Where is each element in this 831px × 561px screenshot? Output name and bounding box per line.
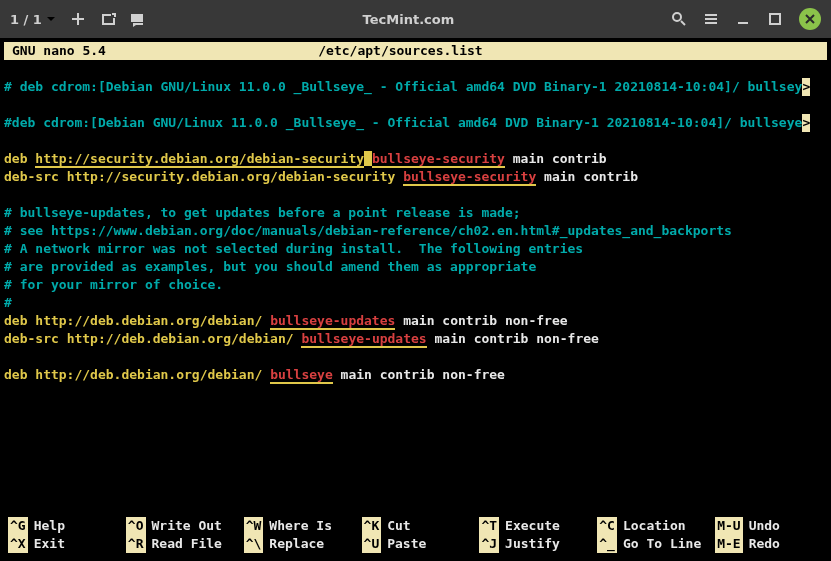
repo-url: http://deb.debian.org/debian/	[67, 331, 294, 346]
shortcut-help[interactable]: ^GHelp	[8, 517, 116, 535]
titlebar: 1 / 1 TecMint.com	[0, 0, 831, 38]
new-window-icon[interactable]	[100, 11, 116, 27]
line-continuation-icon: >	[802, 114, 810, 132]
comment-line: #deb cdrom:[Debian GNU/Linux 11.0.0 _Bul…	[4, 115, 802, 130]
deb-keyword: deb	[4, 313, 27, 328]
comment-line: # bullseye-updates, to get updates befor…	[4, 205, 521, 220]
release-name: bullseye-updates	[301, 331, 426, 348]
shortcut-whereis[interactable]: ^WWhere Is	[244, 517, 352, 535]
nano-filename: /etc/apt/sources.list	[114, 42, 687, 60]
components: main contrib non-free	[435, 331, 599, 346]
hamburger-menu-icon[interactable]	[703, 11, 719, 27]
comment-line: # A network mirror was not selected duri…	[4, 241, 583, 256]
release-name: bullseye	[270, 367, 333, 384]
search-icon[interactable]	[671, 11, 687, 27]
repo-url: http://deb.debian.org/debian/	[35, 313, 262, 328]
window-title: TecMint.com	[146, 12, 671, 27]
cursor-highlight	[364, 151, 372, 166]
comment-line: # deb cdrom:[Debian GNU/Linux 11.0.0 _Bu…	[4, 79, 802, 94]
comment-line: # see https://www.debian.org/doc/manuals…	[4, 223, 732, 238]
editor-content[interactable]: # deb cdrom:[Debian GNU/Linux 11.0.0 _Bu…	[4, 60, 827, 517]
shortcut-writeout[interactable]: ^OWrite Out	[126, 517, 234, 535]
svg-point-0	[673, 13, 681, 21]
maximize-button[interactable]	[767, 11, 783, 27]
shortcut-location[interactable]: ^CLocation	[597, 517, 705, 535]
shortcut-undo[interactable]: M-UUndo	[715, 517, 823, 535]
menu-terminal-icon[interactable]	[130, 11, 146, 27]
shortcut-justify[interactable]: ^JJustify	[479, 535, 587, 553]
repo-url: http://security.debian.org/debian-securi…	[35, 151, 364, 168]
components: main contrib	[544, 169, 638, 184]
shortcut-replace[interactable]: ^\Replace	[244, 535, 352, 553]
shortcut-execute[interactable]: ^TExecute	[479, 517, 587, 535]
shortcut-cut[interactable]: ^KCut	[362, 517, 470, 535]
release-name: bullseye-security	[372, 151, 505, 168]
debsrc-keyword: deb-src	[4, 331, 59, 346]
deb-keyword: deb	[4, 367, 27, 382]
minimize-button[interactable]	[735, 11, 751, 27]
tab-counter[interactable]: 1 / 1	[10, 12, 56, 27]
new-tab-button[interactable]	[70, 11, 86, 27]
line-continuation-icon: >	[802, 78, 810, 96]
shortcut-paste[interactable]: ^UPaste	[362, 535, 470, 553]
shortcut-gotoline[interactable]: ^_Go To Line	[597, 535, 705, 553]
comment-line: # are provided as examples, but you shou…	[4, 259, 536, 274]
comment-line: #	[4, 295, 12, 310]
svg-rect-1	[770, 14, 780, 24]
debsrc-keyword: deb-src	[4, 169, 59, 184]
nano-shortcut-bar: ^GHelp ^OWrite Out ^WWhere Is ^KCut ^TEx…	[4, 517, 827, 557]
deb-keyword: deb	[4, 151, 27, 166]
close-button[interactable]	[799, 8, 821, 30]
nano-version: GNU nano 5.4	[4, 42, 114, 60]
nano-header: GNU nano 5.4 /etc/apt/sources.list	[4, 42, 827, 60]
repo-url: http://deb.debian.org/debian/	[35, 367, 262, 382]
release-name: bullseye-updates	[270, 313, 395, 330]
components: main contrib	[513, 151, 607, 166]
tab-counter-label: 1 / 1	[10, 12, 42, 27]
repo-url: http://security.debian.org/debian-securi…	[67, 169, 396, 184]
comment-line: # for your mirror of choice.	[4, 277, 223, 292]
shortcut-exit[interactable]: ^XExit	[8, 535, 116, 553]
terminal-area[interactable]: GNU nano 5.4 /etc/apt/sources.list # deb…	[0, 38, 831, 561]
app-window: 1 / 1 TecMint.com	[0, 0, 831, 561]
components: main contrib non-free	[341, 367, 505, 382]
shortcut-readfile[interactable]: ^RRead File	[126, 535, 234, 553]
components: main contrib non-free	[403, 313, 567, 328]
shortcut-redo[interactable]: M-ERedo	[715, 535, 823, 553]
release-name: bullseye-security	[403, 169, 536, 186]
